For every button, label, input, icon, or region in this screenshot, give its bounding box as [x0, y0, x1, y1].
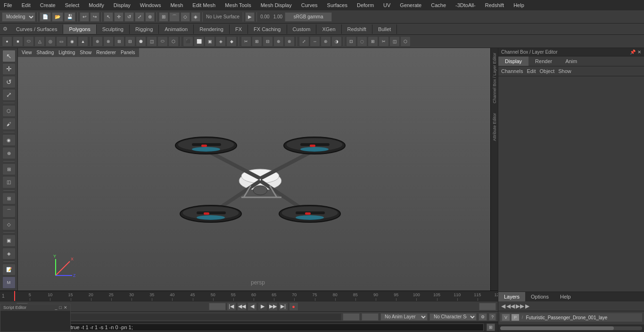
snap-surface-btn[interactable]: ◈ — [191, 12, 200, 22]
view-menu[interactable]: View — [22, 50, 32, 55]
cylinder-btn[interactable]: ⬭ — [24, 36, 34, 47]
channels-menu-item[interactable]: Channels — [501, 68, 523, 74]
anim-layer-select[interactable]: No Anim Layer — [380, 313, 428, 321]
detach-btn[interactable]: ⊗ — [284, 36, 295, 47]
timeline-track[interactable]: 5101520253035404550556065707580859095100… — [9, 291, 498, 301]
play-fwd-btn[interactable]: ▶ — [258, 302, 267, 311]
scale-btn[interactable]: ⤢ — [135, 12, 144, 22]
pyramid-btn[interactable]: ▲ — [78, 36, 88, 47]
lasso-btn[interactable]: ⬡ — [2, 105, 16, 117]
universal-btn[interactable]: ⊕ — [145, 12, 155, 22]
disc-btn[interactable]: ◉ — [67, 36, 77, 47]
new-scene-btn[interactable]: 📄 — [40, 12, 51, 22]
uvset-btn[interactable]: ◫ — [389, 36, 400, 47]
offset-loop-btn[interactable]: ⊟ — [263, 36, 273, 47]
layer-name[interactable]: Futuristic_Passenger_Drone_001_laye — [526, 315, 640, 320]
undo-btn[interactable]: ↩ — [80, 12, 89, 22]
soft-select-btn[interactable]: ◉ — [2, 134, 16, 146]
tab-custom[interactable]: Custom — [287, 24, 317, 34]
menu-edit-mesh[interactable]: Edit Mesh — [190, 1, 217, 9]
relax-btn[interactable]: ◌ — [357, 36, 367, 47]
smooth-btn[interactable]: ⬭ — [157, 36, 168, 47]
anim-end-field[interactable]: 120 — [343, 313, 360, 321]
menu-select[interactable]: Select — [63, 1, 82, 9]
channel-box-close[interactable]: ✕ — [637, 49, 641, 55]
gear-icon[interactable]: ⚙ — [0, 24, 10, 34]
object-menu-item[interactable]: Object — [539, 68, 554, 74]
rotate-btn[interactable]: ↺ — [124, 12, 134, 22]
script-editor-btn[interactable]: ⊞ — [487, 324, 495, 331]
component-mode-btn[interactable]: ◫ — [2, 176, 16, 188]
menu-surfaces[interactable]: Surfaces — [325, 1, 349, 9]
move-btn[interactable]: ✛ — [114, 12, 124, 22]
select-btn[interactable]: ↖ — [104, 12, 113, 22]
timeline-range-slider[interactable] — [49, 314, 341, 320]
lighting-menu[interactable]: Lighting — [58, 50, 75, 55]
menu-file[interactable]: File — [2, 1, 14, 9]
menu-3dtoall[interactable]: -3DtoAll- — [454, 1, 478, 9]
rotate-tool-btn[interactable]: ↺ — [2, 76, 16, 88]
plane-btn[interactable]: ▭ — [56, 36, 66, 47]
timeline[interactable]: 1 51015202530354045505560657075808590951… — [0, 291, 498, 301]
separate-btn[interactable]: ⊗ — [103, 36, 114, 47]
bridge-btn[interactable]: ⬜ — [194, 36, 204, 47]
layer-visibility[interactable]: V — [502, 314, 510, 321]
insert-loop-btn[interactable]: ⊞ — [252, 36, 262, 47]
tab-redshift[interactable]: Redshift — [342, 24, 372, 34]
char-set-select[interactable]: No Character Set — [429, 313, 477, 321]
cone-btn[interactable]: △ — [34, 36, 45, 47]
tab-anim[interactable]: Anim — [559, 57, 584, 66]
reduce-btn[interactable]: ◫ — [147, 36, 157, 47]
show-menu[interactable]: Show — [80, 50, 91, 55]
wedge-btn[interactable]: ◆ — [226, 36, 237, 47]
menu-mesh[interactable]: Mesh — [168, 1, 185, 9]
uvtransfer-btn[interactable]: ⬡ — [400, 36, 411, 47]
menu-deform[interactable]: Deform — [355, 1, 376, 9]
show-menu-item[interactable]: Show — [558, 68, 571, 74]
command-input[interactable] — [22, 324, 484, 331]
merge-btn[interactable]: ⊛ — [321, 36, 331, 47]
range-end-input[interactable]: 200 — [479, 303, 496, 310]
tab-render[interactable]: Render — [528, 57, 559, 66]
layer-back-btn[interactable]: ◀◀ — [506, 303, 515, 309]
menu-mesh-tools[interactable]: Mesh Tools — [223, 1, 253, 9]
tab-polygons[interactable]: Polygons — [63, 24, 96, 34]
step-fwd-btn[interactable]: ▶▶ — [268, 302, 278, 311]
tab-display[interactable]: Display — [498, 57, 528, 66]
layer-fwd-btn[interactable]: ▶▶ — [516, 303, 524, 309]
viewport[interactable]: X Y Z persp View Shading Lighting Show — [18, 48, 498, 291]
sphere-icon-btn[interactable]: ● — [2, 36, 12, 47]
script-editor-maximize[interactable]: □ — [59, 305, 62, 310]
script-icon-btn[interactable]: 📝 — [2, 264, 16, 276]
snap-grid-btn[interactable]: ⊞ — [159, 12, 168, 22]
menu-create[interactable]: Create — [38, 1, 58, 9]
channel-box-side-tab[interactable]: Channel Box / Layer Editor — [492, 53, 497, 104]
fill-hole-btn[interactable]: ⬟ — [136, 36, 146, 47]
renderer-menu[interactable]: Renderer — [96, 50, 116, 55]
play-back-btn[interactable]: ◀ — [248, 302, 257, 311]
layout-btn[interactable]: ⊞ — [368, 36, 378, 47]
go-end-btn[interactable]: ▶| — [279, 302, 288, 311]
icon-unknown2[interactable]: ◈ — [2, 248, 16, 260]
help-tab[interactable]: Help — [554, 292, 577, 301]
append-btn[interactable]: ▣ — [205, 36, 215, 47]
booleans-btn[interactable]: ⊟ — [125, 36, 135, 47]
cut-uv-btn[interactable]: ✂ — [379, 36, 389, 47]
render-btn[interactable]: ▶ — [245, 12, 255, 22]
layer-end-btn[interactable]: ▶ — [525, 303, 529, 309]
connect-btn[interactable]: ⊕ — [273, 36, 284, 47]
snap-grid-lt-btn[interactable]: ⊞ — [2, 193, 16, 205]
menu-generate[interactable]: Generate — [398, 1, 423, 9]
torus-btn[interactable]: ◎ — [45, 36, 56, 47]
panels-menu[interactable]: Panels — [121, 50, 135, 55]
unfold-btn[interactable]: ⊡ — [346, 36, 356, 47]
menu-mesh-display[interactable]: Mesh Display — [259, 1, 294, 9]
multi-cut-btn[interactable]: ✂ — [241, 36, 251, 47]
shading-menu[interactable]: Shading — [37, 50, 54, 55]
poke-btn[interactable]: ◈ — [215, 36, 226, 47]
script-editor-window[interactable]: Script Editor _ □ ✕ — [0, 304, 71, 332]
paint-sel-btn[interactable]: 🖌 — [2, 118, 16, 130]
display-mode-btn[interactable]: ⊞ — [2, 163, 16, 176]
tab-rigging[interactable]: Rigging — [130, 24, 159, 34]
color-space-btn[interactable]: sRGB gamma — [285, 12, 332, 22]
